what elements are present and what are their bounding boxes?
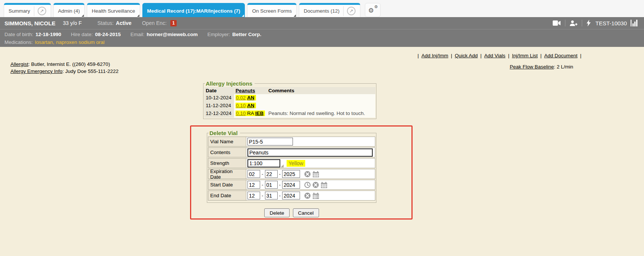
- calendar-icon[interactable]: [312, 171, 319, 177]
- add-document-link[interactable]: Add Document: [544, 53, 577, 58]
- tab-health-surveillance-label: Health Surveillance: [92, 8, 135, 14]
- form-row-start-date: Start Date - -: [208, 180, 375, 190]
- set-time-now-icon[interactable]: [304, 182, 311, 188]
- resize-grip-icon[interactable]: [281, 164, 284, 167]
- calendar-icon[interactable]: [312, 192, 319, 199]
- allergist-info: Allergist: Butler, Internist E. ((260) 4…: [10, 61, 119, 75]
- open-encounter-badge[interactable]: 1: [170, 20, 177, 26]
- allergy-emergency-value: : Judy Doe 555-111-2222: [63, 68, 119, 74]
- dob-value: 12-18-1990: [35, 31, 61, 38]
- vial-name-input[interactable]: [247, 138, 293, 145]
- injection-date: 11-12-2024: [204, 102, 234, 110]
- employer-label: Employer:: [207, 31, 230, 38]
- peak-flow-baseline: Peak Flow Baseline: 2 L/min: [510, 64, 573, 70]
- form-row-contents: Contents: [208, 147, 375, 157]
- injection-dose-highlight: 0.10 RA IEB: [236, 111, 265, 116]
- start-year-input[interactable]: [282, 181, 300, 189]
- reaction-code-link[interactable]: IEB: [255, 111, 264, 116]
- reaction-code-link[interactable]: AN: [247, 95, 255, 100]
- start-month-input[interactable]: [247, 181, 260, 189]
- injection-dose-highlight: 0.02 AN: [236, 95, 256, 100]
- injection-comment: Peanuts: Normal red swelling. Hot to tou…: [267, 110, 375, 118]
- status-value: Active: [116, 20, 132, 26]
- gear-icon: ⚙: [374, 4, 378, 9]
- video-call-icon[interactable]: [553, 20, 561, 26]
- end-date-label: End Date: [208, 191, 246, 200]
- tab-summary[interactable]: Summary ↗: [4, 3, 51, 17]
- injection-date: 12-12-2024: [204, 110, 234, 118]
- end-year-input[interactable]: [282, 192, 300, 199]
- tab-admin[interactable]: Admin (4): [53, 3, 85, 17]
- column-comments: Comments: [267, 87, 375, 94]
- email-value: horner@mieweb.com: [146, 31, 198, 38]
- expiration-day-input[interactable]: [265, 170, 278, 178]
- tab-on-screen-forms-label: On Screen Forms: [252, 8, 292, 14]
- start-day-input[interactable]: [265, 181, 278, 189]
- injection-comment: [267, 102, 375, 110]
- delete-vial-legend: Delete Vial: [209, 130, 240, 136]
- quick-add-link[interactable]: Quick Add: [455, 53, 478, 58]
- employer-value: Better Corp.: [232, 31, 261, 38]
- end-month-input[interactable]: [247, 192, 260, 199]
- tab-on-screen-forms[interactable]: On Screen Forms: [247, 3, 297, 17]
- injection-row: 12-12-2024 0.10 RA IEB Peanuts: Normal r…: [204, 110, 375, 118]
- calendar-icon[interactable]: [321, 182, 328, 188]
- tab-summary-label: Summary: [9, 8, 30, 14]
- dose-link[interactable]: 0.10: [236, 111, 246, 116]
- flowsheet-chart-icon[interactable]: [631, 20, 639, 26]
- add-person-icon[interactable]: [569, 20, 578, 26]
- strength-label: Strength: [208, 159, 246, 168]
- tab-documents[interactable]: Documents (12) ↗: [299, 3, 360, 17]
- tab-divider: [343, 6, 344, 16]
- tab-documents-label: Documents (12): [304, 8, 340, 14]
- expiration-year-input[interactable]: [282, 170, 300, 178]
- end-day-input[interactable]: [265, 192, 278, 199]
- dose-link[interactable]: 0.10: [236, 103, 246, 108]
- add-vials-link[interactable]: Add Vials: [484, 53, 505, 58]
- strength-color-badge: Yellow: [287, 160, 305, 167]
- gear-icon: ⚙: [368, 7, 374, 15]
- add-inj-imm-link[interactable]: Add Inj/Imm: [422, 53, 448, 58]
- settings-gear-button[interactable]: ⚙ ⚙: [365, 3, 381, 17]
- tab-medical-record-label: Medical Record (17):MAR/Injections (7): [147, 8, 240, 14]
- peak-flow-baseline-link[interactable]: Peak Flow Baseline: [510, 64, 554, 70]
- dose-link[interactable]: 0.02: [236, 95, 246, 100]
- column-peanuts-link[interactable]: Peanuts: [236, 88, 255, 93]
- demographics-bar: Date of birth: 12-18-1990 Hire date: 08-…: [0, 29, 644, 47]
- inj-imm-list-link[interactable]: Inj/Imm List: [512, 53, 538, 58]
- injection-comment: [267, 94, 375, 102]
- patient-age-sex: 33 y/o F: [63, 20, 82, 26]
- form-row-expiration-date: Expiration Date - -: [208, 169, 375, 179]
- patient-id: TEST-10030: [596, 20, 627, 26]
- allergist-value: : Butler, Internist E. ((260) 459-6270): [28, 61, 110, 67]
- contents-input[interactable]: [247, 148, 373, 157]
- medication-link-naproxen[interactable]: naproxen sodium oral: [56, 38, 105, 46]
- lightning-bolt-icon[interactable]: [586, 20, 591, 26]
- clear-date-icon[interactable]: [312, 182, 319, 188]
- open-enc-label: Open Enc:: [142, 20, 167, 26]
- delete-button[interactable]: Delete: [264, 208, 289, 217]
- reaction-code-link[interactable]: AN: [247, 103, 255, 108]
- allergy-emergency-info-link[interactable]: Allergy Emergency Info: [10, 68, 63, 74]
- allergist-link[interactable]: Allergist: [10, 61, 28, 67]
- expiration-month-input[interactable]: [247, 170, 260, 178]
- vial-name-label: Vial Name: [208, 137, 246, 146]
- strength-input[interactable]: [247, 159, 280, 167]
- clear-date-icon[interactable]: [304, 171, 311, 177]
- popout-icon[interactable]: ↗: [347, 7, 356, 15]
- dob-label: Date of birth:: [4, 31, 33, 38]
- medication-link-losartan[interactable]: losartan: [35, 38, 53, 46]
- delete-vial-panel: Delete Vial Vial Name Contents Strength: [207, 130, 376, 203]
- tab-divider: [34, 6, 34, 16]
- clear-date-icon[interactable]: [304, 192, 311, 199]
- patient-name: SIMMONS, NICOLE: [4, 20, 56, 26]
- tab-health-surveillance[interactable]: Health Surveillance: [87, 3, 140, 17]
- popout-icon[interactable]: ↗: [38, 7, 46, 15]
- divider: [582, 20, 582, 26]
- email-label: Email:: [130, 31, 145, 38]
- tab-medical-record[interactable]: Medical Record (17):MAR/Injections (7): [142, 3, 245, 17]
- allergy-injections-legend: Allergy Injections: [205, 80, 255, 87]
- medications-label: Medications:: [4, 38, 33, 46]
- cancel-button[interactable]: Cancel: [293, 208, 319, 217]
- start-date-label: Start Date: [208, 180, 246, 189]
